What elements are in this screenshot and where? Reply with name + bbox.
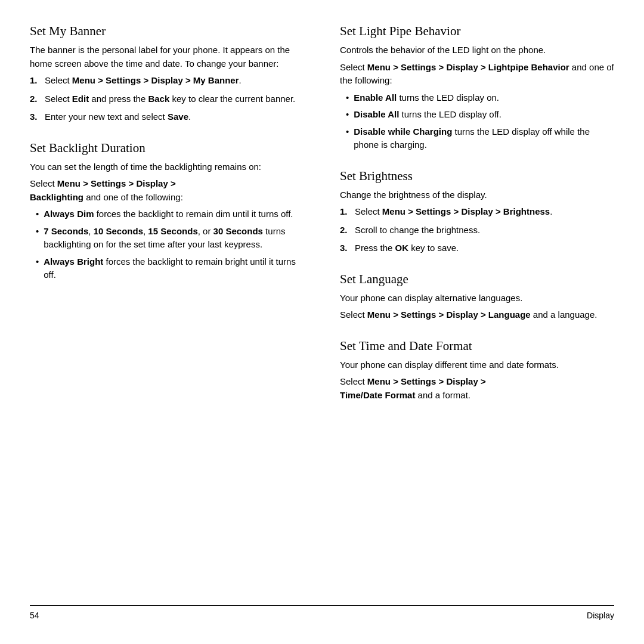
lightpipe-body: Controls the behavior of the LED light o… bbox=[340, 44, 614, 152]
banner-title: Set My Banner bbox=[30, 24, 304, 39]
left-column: Set My Banner The banner is the personal… bbox=[30, 24, 310, 605]
lightpipe-bullet-1: Enable All turns the LED display on. bbox=[340, 91, 614, 105]
banner-steps: 1. Select Menu > Settings > Display > My… bbox=[30, 74, 304, 124]
lightpipe-bullet-2-text: Disable All turns the LED display off. bbox=[354, 108, 501, 122]
brightness-body: Change the brightness of the display. 1.… bbox=[340, 188, 614, 255]
step-3-text: Enter your new text and select Save. bbox=[45, 110, 191, 124]
section-language: Set Language Your phone can display alte… bbox=[340, 272, 614, 322]
backlight-bullet-3-text: Always Bright forces the backlight to re… bbox=[44, 255, 304, 282]
language-intro: Your phone can display alternative langu… bbox=[340, 292, 614, 305]
brightness-step-2-text: Scroll to change the brightness. bbox=[355, 224, 480, 237]
lightpipe-bullet-2: Disable All turns the LED display off. bbox=[340, 108, 614, 122]
timedate-body: Your phone can display different time an… bbox=[340, 358, 614, 402]
step-num-2: 2. bbox=[30, 92, 45, 106]
brightness-title: Set Brightness bbox=[340, 169, 614, 184]
brightness-step-2: 2. Scroll to change the brightness. bbox=[340, 224, 614, 237]
step-1-text: Select Menu > Settings > Display > My Ba… bbox=[45, 74, 242, 88]
language-menu-path: Select Menu > Settings > Display > Langu… bbox=[340, 308, 614, 322]
backlight-bullet-2: 7 Seconds, 10 Seconds, 15 Seconds, or 30… bbox=[30, 225, 304, 252]
section-backlight: Set Backlight Duration You can set the l… bbox=[30, 141, 304, 282]
timedate-menu-path: Select Menu > Settings > Display >Time/D… bbox=[340, 375, 614, 402]
page-container: Set My Banner The banner is the personal… bbox=[0, 0, 644, 644]
step-num-3: 3. bbox=[30, 110, 45, 124]
lightpipe-intro: Controls the behavior of the LED light o… bbox=[340, 44, 614, 57]
brightness-steps: 1. Select Menu > Settings > Display > Br… bbox=[340, 205, 614, 255]
timedate-title: Set Time and Date Format bbox=[340, 339, 614, 354]
backlight-menu-path: Select Menu > Settings > Display >Backli… bbox=[30, 177, 304, 204]
banner-step-2: 2. Select Edit and press the Back key to… bbox=[30, 92, 304, 106]
brightness-step-3-text: Press the OK key to save. bbox=[355, 242, 459, 255]
brightness-intro: Change the brightness of the display. bbox=[340, 188, 614, 202]
section-timedate: Set Time and Date Format Your phone can … bbox=[340, 339, 614, 402]
right-column: Set Light Pipe Behavior Controls the beh… bbox=[334, 24, 614, 605]
lightpipe-bullets: Enable All turns the LED display on. Dis… bbox=[340, 91, 614, 152]
timedate-intro: Your phone can display different time an… bbox=[340, 358, 614, 372]
backlight-bullet-1: Always Dim forces the backlight to remai… bbox=[30, 208, 304, 221]
brightness-step-1-text: Select Menu > Settings > Display > Brigh… bbox=[355, 205, 552, 219]
footer-section-label: Display bbox=[587, 611, 614, 620]
banner-step-1: 1. Select Menu > Settings > Display > My… bbox=[30, 74, 304, 88]
content-area: Set My Banner The banner is the personal… bbox=[30, 24, 614, 605]
backlight-body: You can set the length of time the backl… bbox=[30, 160, 304, 282]
lightpipe-menu-path: Select Menu > Settings > Display > Light… bbox=[340, 61, 614, 88]
brightness-step-3: 3. Press the OK key to save. bbox=[340, 242, 614, 255]
backlight-bullet-2-text: 7 Seconds, 10 Seconds, 15 Seconds, or 30… bbox=[44, 225, 304, 252]
section-lightpipe: Set Light Pipe Behavior Controls the beh… bbox=[340, 24, 614, 152]
footer-page-number: 54 bbox=[30, 611, 39, 620]
backlight-bullets: Always Dim forces the backlight to remai… bbox=[30, 208, 304, 282]
brightness-step-num-3: 3. bbox=[340, 242, 355, 255]
footer: 54 Display bbox=[30, 605, 614, 620]
lightpipe-title: Set Light Pipe Behavior bbox=[340, 24, 614, 39]
brightness-step-num-1: 1. bbox=[340, 205, 355, 219]
brightness-step-num-2: 2. bbox=[340, 224, 355, 237]
lightpipe-bullet-3-text: Disable while Charging turns the LED dis… bbox=[354, 125, 614, 152]
brightness-step-1: 1. Select Menu > Settings > Display > Br… bbox=[340, 205, 614, 219]
backlight-title: Set Backlight Duration bbox=[30, 141, 304, 156]
step-2-text: Select Edit and press the Back key to cl… bbox=[45, 92, 295, 106]
banner-body: The banner is the personal label for you… bbox=[30, 44, 304, 124]
banner-intro: The banner is the personal label for you… bbox=[30, 44, 304, 70]
backlight-bullet-1-text: Always Dim forces the backlight to remai… bbox=[44, 208, 293, 221]
language-title: Set Language bbox=[340, 272, 614, 287]
section-brightness: Set Brightness Change the brightness of … bbox=[340, 169, 614, 255]
step-num-1: 1. bbox=[30, 74, 45, 88]
section-my-banner: Set My Banner The banner is the personal… bbox=[30, 24, 304, 124]
banner-step-3: 3. Enter your new text and select Save. bbox=[30, 110, 304, 124]
backlight-bullet-3: Always Bright forces the backlight to re… bbox=[30, 255, 304, 282]
language-body: Your phone can display alternative langu… bbox=[340, 292, 614, 322]
backlight-intro: You can set the length of time the backl… bbox=[30, 160, 304, 174]
lightpipe-bullet-3: Disable while Charging turns the LED dis… bbox=[340, 125, 614, 152]
lightpipe-bullet-1-text: Enable All turns the LED display on. bbox=[354, 91, 499, 105]
